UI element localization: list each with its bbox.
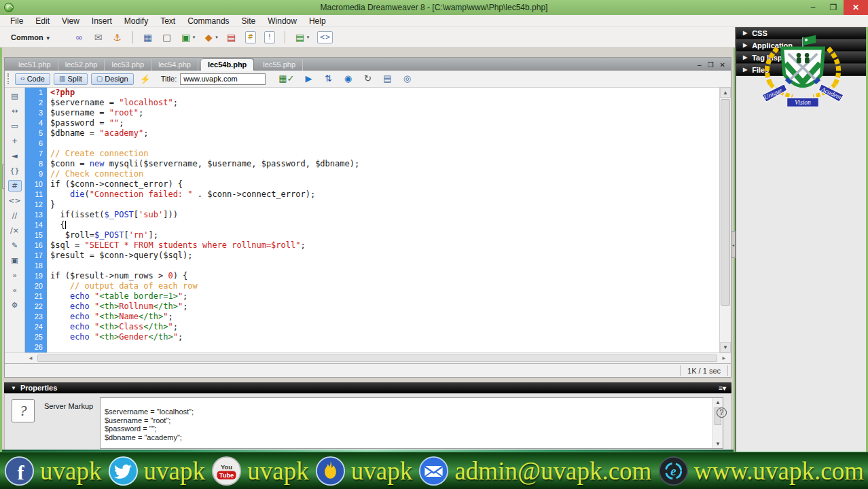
tab-lec55.php[interactable]: lec55.php <box>256 59 303 71</box>
code-line[interactable]: 23 echo "<th>Name</th>"; <box>25 312 719 322</box>
template-icon[interactable]: ▤▾ <box>295 32 310 43</box>
indent-icon[interactable]: » <box>8 270 22 281</box>
code-line[interactable]: 22 echo "<th>Rollnum</th>"; <box>25 302 719 312</box>
social-label[interactable]: uvapk <box>40 456 101 486</box>
menu-insert[interactable]: Insert <box>86 16 118 26</box>
panel-menu-icon[interactable]: ≡▾ <box>719 384 726 392</box>
code-line[interactable]: 13 if(isset($_POST['sub'])) <box>25 210 719 220</box>
tab-lec53.php[interactable]: lec53.php <box>105 59 151 71</box>
comment-icon[interactable]: ! <box>264 31 275 43</box>
tab-lec54b.php[interactable]: lec54b.php <box>201 59 253 71</box>
properties-scrollbar[interactable]: ▲ ▼ <box>712 398 723 448</box>
image-icon[interactable]: ▣▾ <box>181 32 196 43</box>
table-icon[interactable]: ▦ <box>143 32 153 43</box>
close-button[interactable]: ✕ <box>844 0 868 15</box>
menu-file[interactable]: File <box>4 16 29 26</box>
tab-lec54.php[interactable]: lec54.php <box>151 59 198 71</box>
globe-icon[interactable]: e <box>658 456 689 486</box>
social-link-uvapk[interactable]: uvapk <box>315 456 412 486</box>
help-icon[interactable]: ? <box>717 408 727 418</box>
social-link-www-uvapk-com[interactable]: ewww.uvapk.com <box>658 456 864 486</box>
scroll-down-icon[interactable]: ▼ <box>713 441 723 447</box>
menu-modify[interactable]: Modify <box>118 16 154 26</box>
vertical-scrollbar[interactable]: ▲ ▼ <box>719 88 731 352</box>
collapse-full-tag-icon[interactable]: ↔ <box>8 105 22 117</box>
tab-lec52.php[interactable]: lec52.php <box>58 59 105 71</box>
code-view-button[interactable]: ‹› Code <box>15 73 50 85</box>
code-line[interactable]: 4$password = ""; <box>25 118 719 128</box>
doc-restore-button[interactable]: ❐ <box>708 61 714 69</box>
code-line[interactable]: 25 echo "<th>Gender</th>"; <box>25 332 719 342</box>
social-label[interactable]: uvapk <box>144 456 205 486</box>
tag-chooser-icon[interactable]: <> <box>317 31 333 43</box>
open-documents-icon[interactable]: ▤ <box>8 90 22 102</box>
twitter-icon[interactable] <box>108 456 139 486</box>
menu-window[interactable]: Window <box>261 16 303 26</box>
code-line[interactable]: 21 echo "<table border=1>"; <box>25 291 719 302</box>
highlight-invalid-icon[interactable]: <> <box>8 195 22 206</box>
scroll-left-icon[interactable]: ◄ <box>25 353 36 363</box>
social-label[interactable]: uvapk <box>351 456 412 486</box>
wrap-tag-icon[interactable]: ✎ <box>8 240 22 251</box>
social-label[interactable]: admin@uvapk.com <box>454 456 651 486</box>
code-line[interactable]: 3$username = "root"; <box>25 108 719 118</box>
preview-debug-icon[interactable]: ▶ <box>303 73 314 84</box>
scroll-right-icon[interactable]: ► <box>719 353 729 363</box>
expand-all-icon[interactable]: + <box>8 135 22 147</box>
code-line[interactable]: 5$dbname = "academy"; <box>25 128 719 139</box>
menu-text[interactable]: Text <box>154 16 181 26</box>
scroll-up-icon[interactable]: ▲ <box>720 88 731 98</box>
code-line[interactable]: 18 <box>25 261 719 271</box>
doc-close-button[interactable]: ✕ <box>720 61 725 69</box>
code-line[interactable]: 14 { <box>25 220 719 230</box>
code-line[interactable]: 12} <box>25 200 719 210</box>
horizontal-scrollbar[interactable]: ◄ ► <box>5 352 731 363</box>
hyperlink-icon[interactable]: ∞ <box>74 32 85 43</box>
menu-commands[interactable]: Commands <box>181 16 235 26</box>
code-line[interactable]: 8$conn = new mysqli($servername, $userna… <box>25 159 719 169</box>
date-icon[interactable]: ▤ <box>226 32 237 43</box>
document-title-input[interactable] <box>180 73 266 85</box>
code-line[interactable]: 11 die("Connection failed: " . $conn->co… <box>25 189 719 200</box>
restore-button[interactable]: ❐ <box>823 0 844 15</box>
select-parent-tag-icon[interactable]: ◄ <box>8 150 22 162</box>
sync-updown-icon[interactable]: ⇅ <box>323 73 333 84</box>
code-line[interactable]: 19if ($result->num_rows > 0) { <box>25 271 719 281</box>
menu-help[interactable]: Help <box>303 16 332 26</box>
category-dropdown[interactable]: Common ▼ <box>11 33 51 41</box>
recent-snippets-icon[interactable]: ▣ <box>8 255 22 266</box>
named-anchor-icon[interactable]: ⚓ <box>112 32 123 43</box>
apply-comment-icon[interactable]: // <box>8 210 22 221</box>
code-line[interactable]: 15 $roll=$_POST['rn']; <box>25 230 719 240</box>
line-numbers-icon[interactable]: # <box>8 180 22 192</box>
code-line[interactable]: 1<?php <box>25 88 719 98</box>
format-source-icon[interactable]: ⚙ <box>8 300 22 311</box>
social-label[interactable]: uvapk <box>247 456 308 486</box>
code-line[interactable]: 2$servername = "localhost"; <box>25 98 719 108</box>
social-link-uvapk[interactable]: fuvapk <box>4 456 101 486</box>
server-include-icon[interactable]: # <box>245 31 256 43</box>
refresh-icon[interactable]: ↻ <box>362 73 373 84</box>
code-line[interactable]: 16$sql = "SELECT * FROM students where r… <box>25 240 719 251</box>
code-line[interactable]: 17$result = $conn->query($sql); <box>25 251 719 261</box>
menu-site[interactable]: Site <box>236 16 262 26</box>
remove-comment-icon[interactable]: /× <box>8 225 22 236</box>
media-icon[interactable]: ◆▾ <box>203 32 218 43</box>
code-line[interactable]: 9// Check connection <box>25 169 719 179</box>
social-link-admin-uvapk-com[interactable]: admin@uvapk.com <box>418 456 651 486</box>
balance-braces-icon[interactable]: {} <box>8 165 22 177</box>
scroll-down-icon[interactable]: ▼ <box>720 342 731 352</box>
design-view-button[interactable]: ▢ Design <box>91 73 134 85</box>
collapse-selection-icon[interactable]: ▭ <box>8 120 22 132</box>
browser-check-icon[interactable]: ◉ <box>342 73 353 84</box>
live-data-icon[interactable]: ⚡ <box>140 74 151 84</box>
hscrollbar-thumb[interactable] <box>37 355 717 362</box>
scrollbar-thumb[interactable] <box>721 99 730 306</box>
tab-lec51.php[interactable]: lec51.php <box>12 59 58 71</box>
code-line[interactable]: 7// Create connection <box>25 149 719 159</box>
code-line[interactable]: 6 <box>25 139 719 149</box>
split-view-button[interactable]: ▥ Split <box>54 73 88 85</box>
outdent-icon[interactable]: « <box>8 285 22 296</box>
social-label[interactable]: www.uvapk.com <box>694 456 864 486</box>
server-markup-content[interactable]: $servername = "localhost";$username = "r… <box>100 397 723 449</box>
